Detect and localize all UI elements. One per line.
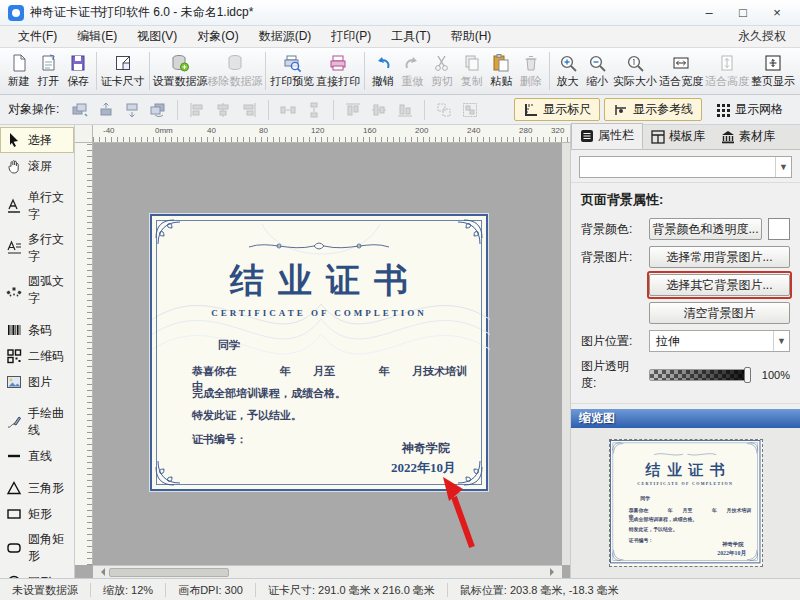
tool-multi-line-text[interactable]: 多行文字 (0, 227, 74, 269)
align-center-h-icon[interactable] (212, 99, 234, 121)
zoom-in-button[interactable]: 放大 (553, 51, 583, 91)
thumbnail-certificate: 结业证书 CERTIFICATE OF COMPLETION 同学 恭喜你在 年… (610, 440, 760, 563)
tool-image[interactable]: 图片 (0, 369, 74, 395)
object-selector-dropdown[interactable]: ▼ (579, 156, 792, 178)
open-button[interactable]: 打开 (34, 51, 64, 91)
align-right-icon[interactable] (238, 99, 260, 121)
remove-datasource-icon (225, 53, 245, 73)
card-size-button[interactable]: 证卡尺寸 (100, 51, 146, 91)
opacity-slider-handle[interactable] (744, 367, 751, 383)
choose-common-bg-button[interactable]: 选择常用背景图片... (649, 246, 790, 268)
certificate-subtitle: CERTIFICATE OF COMPLETION (152, 308, 486, 318)
paste-button[interactable]: 粘贴 (487, 51, 517, 91)
objectbar-separator (268, 100, 269, 120)
distribute-v-icon[interactable] (303, 99, 325, 121)
new-button[interactable]: 新建 (4, 51, 34, 91)
direct-print-button[interactable]: 直接打印 (315, 51, 361, 91)
certificate-page[interactable]: 结业证书 CERTIFICATE OF COMPLETION 同学 恭喜你在 年… (150, 214, 488, 491)
tool-line[interactable]: 直线 (0, 443, 74, 469)
tool-pan[interactable]: 滚屏 (0, 153, 74, 179)
canvas-area: -40 0mm 40 80 120 160 200 240 280 320 (75, 125, 570, 578)
vertical-scrollbar[interactable] (562, 143, 570, 565)
image-icon (5, 373, 23, 391)
save-button[interactable]: 保存 (63, 51, 93, 91)
single-line-text-icon (5, 197, 23, 215)
fit-height-button[interactable]: 适合高度 (704, 51, 750, 91)
tool-barcode[interactable]: 条码 (0, 317, 74, 343)
tab-templates[interactable]: 模板库 (643, 125, 713, 149)
menu-edit[interactable]: 编辑(E) (67, 26, 127, 47)
horizontal-scrollbar[interactable] (93, 565, 562, 578)
tool-single-line-text[interactable]: 单行文字 (0, 185, 74, 227)
menu-file[interactable]: 文件(F) (8, 26, 67, 47)
zoom-out-button[interactable]: 缩小 (582, 51, 612, 91)
show-ruler-toggle[interactable]: 显示标尺 (514, 98, 600, 121)
align-left-icon[interactable] (186, 99, 208, 121)
menu-datasource[interactable]: 数据源(D) (249, 26, 322, 47)
print-preview-button[interactable]: 打印预览 (269, 51, 315, 91)
set-datasource-button[interactable]: 设置数据源 (152, 51, 207, 91)
copy-button[interactable]: 复制 (457, 51, 487, 91)
tool-triangle[interactable]: 三角形 (0, 475, 74, 501)
scroll-thumb[interactable] (109, 568, 229, 577)
chevron-down-icon: ▼ (773, 331, 789, 351)
show-grid-toggle[interactable]: 显示网格 (706, 98, 792, 121)
actual-size-icon (625, 53, 645, 73)
fit-height-icon (717, 53, 737, 73)
menu-print[interactable]: 打印(P) (321, 26, 381, 47)
guides-icon (613, 102, 629, 118)
redo-button[interactable]: 重做 (398, 51, 428, 91)
delete-button[interactable]: 删除 (516, 51, 546, 91)
status-datasource: 未设置数据源 (0, 583, 91, 597)
bg-color-swatch[interactable] (768, 218, 790, 240)
tab-materials[interactable]: 素材库 (713, 125, 783, 149)
menu-help[interactable]: 帮助(H) (441, 26, 502, 47)
actual-size-button[interactable]: 实际大小 (612, 51, 658, 91)
design-canvas[interactable]: 结业证书 CERTIFICATE OF COMPLETION 同学 恭喜你在 年… (93, 143, 562, 565)
line-icon (5, 447, 23, 465)
fit-width-button[interactable]: 适合宽度 (658, 51, 704, 91)
maximize-button[interactable]: □ (728, 3, 758, 23)
bg-image-row: 背景图片: 选择常用背景图片... (571, 243, 800, 271)
tab-properties[interactable]: 属性栏 (571, 123, 643, 149)
show-guides-toggle[interactable]: 显示参考线 (604, 98, 702, 121)
full-page-button[interactable]: 整页显示 (750, 51, 796, 91)
tool-freehand-curve[interactable]: 手绘曲线 (0, 401, 74, 443)
clear-bg-button[interactable]: 清空背景图片 (649, 302, 790, 324)
menu-object[interactable]: 对象(O) (187, 26, 248, 47)
send-to-back-icon[interactable] (147, 99, 169, 121)
cut-button[interactable]: 剪切 (427, 51, 457, 91)
minimize-button[interactable]: – (694, 3, 724, 23)
align-bottom-icon[interactable] (394, 99, 416, 121)
bring-to-front-icon[interactable] (69, 99, 91, 121)
menu-tools[interactable]: 工具(T) (381, 26, 440, 47)
tool-select[interactable]: 选择 (0, 127, 74, 153)
align-top-icon[interactable] (342, 99, 364, 121)
bring-forward-icon[interactable] (95, 99, 117, 121)
close-button[interactable]: × (762, 3, 792, 23)
tool-rounded-rectangle[interactable]: 圆角矩形 (0, 527, 74, 569)
tool-rectangle[interactable]: 矩形 (0, 501, 74, 527)
page-thumbnail[interactable]: 结业证书 CERTIFICATE OF COMPLETION 同学 恭喜你在 年… (610, 440, 762, 566)
scroll-left-icon[interactable] (97, 568, 105, 576)
choose-other-bg-button[interactable]: 选择其它背景图片... (649, 274, 790, 296)
remove-datasource-button[interactable]: 移除数据源 (207, 51, 262, 91)
undo-button[interactable]: 撤销 (368, 51, 398, 91)
group-icon[interactable] (459, 99, 481, 121)
ruler-label: 120 (311, 126, 324, 135)
tool-qrcode[interactable]: 二维码 (0, 343, 74, 369)
tool-arc-text[interactable]: 圆弧文字 (0, 269, 74, 311)
toolbar-separator (364, 52, 365, 90)
same-size-icon[interactable] (433, 99, 455, 121)
opacity-slider[interactable] (649, 369, 750, 381)
clear-bg-row: 清空背景图片 (571, 299, 800, 327)
image-position-select[interactable]: 拉伸 ▼ (649, 330, 790, 352)
scroll-right-icon[interactable] (550, 568, 558, 576)
bg-color-button[interactable]: 背景颜色和透明度... (649, 218, 762, 240)
menu-view[interactable]: 视图(V) (127, 26, 187, 47)
image-opacity-row: 图片透明度: 100% (571, 355, 800, 395)
send-backward-icon[interactable] (121, 99, 143, 121)
full-page-icon (763, 53, 783, 73)
distribute-h-icon[interactable] (277, 99, 299, 121)
align-middle-icon[interactable] (368, 99, 390, 121)
